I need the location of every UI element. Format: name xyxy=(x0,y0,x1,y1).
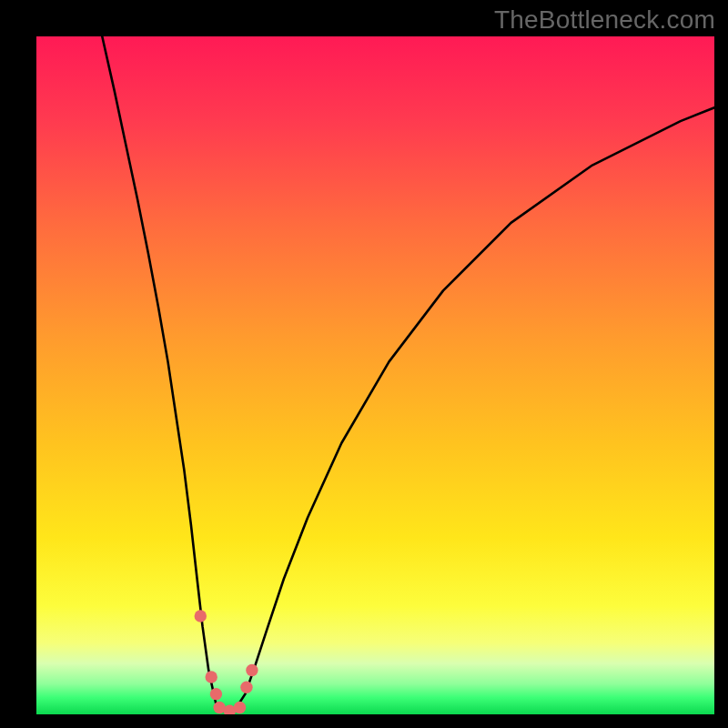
plot-frame xyxy=(36,36,714,714)
data-marker xyxy=(246,664,258,676)
curve-markers xyxy=(195,610,258,714)
data-marker xyxy=(210,688,222,700)
data-marker xyxy=(234,702,246,713)
watermark-text: TheBottleneck.com xyxy=(494,5,715,35)
data-marker xyxy=(240,681,252,693)
curve-line xyxy=(102,36,714,713)
data-marker xyxy=(206,671,217,682)
bottleneck-curve xyxy=(36,36,714,714)
data-marker xyxy=(195,610,207,622)
